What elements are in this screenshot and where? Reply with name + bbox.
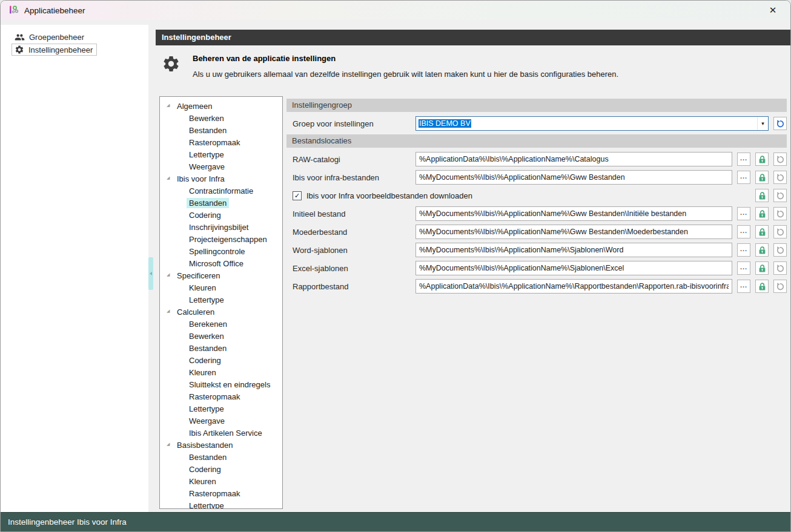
- lock-button[interactable]: [755, 280, 769, 293]
- browse-button[interactable]: ...: [737, 171, 750, 184]
- settings-group-combobox[interactable]: IBIS DEMO BV▾: [415, 116, 769, 131]
- tree-item-kleuren[interactable]: Kleuren: [161, 281, 281, 294]
- lock-button[interactable]: [755, 261, 769, 275]
- undo-button[interactable]: [773, 117, 787, 130]
- lock-button[interactable]: [755, 189, 769, 202]
- browse-button[interactable]: ...: [737, 225, 750, 238]
- dropdown-arrow-icon[interactable]: ▾: [757, 117, 768, 130]
- sidebar-item-label: Groepenbeheer: [29, 33, 84, 42]
- tree-item-lettertype[interactable]: Lettertype: [161, 402, 281, 415]
- form-row: Groep voor instellingenIBIS DEMO BV▾: [286, 116, 787, 131]
- field-label: Initieel bestand: [286, 209, 411, 218]
- path-input-excel-sjablonen[interactable]: [415, 261, 732, 275]
- tree-item-microsoft-office[interactable]: Microsoft Office: [161, 257, 281, 269]
- tree-item-label: Bestanden: [187, 452, 229, 462]
- tree-item-bestanden[interactable]: Bestanden: [161, 124, 281, 136]
- tree-item-weergave[interactable]: Weergave: [161, 415, 281, 427]
- section-header-bestandslocaties: Bestandslocaties: [286, 134, 787, 148]
- undo-button[interactable]: [773, 207, 787, 220]
- tree-item-bestanden[interactable]: Bestanden: [161, 451, 281, 463]
- field-label: Word-sjablonen: [286, 246, 411, 255]
- tree-node-basisbestanden[interactable]: ◢Basisbestanden: [161, 439, 281, 451]
- tree-item-lettertype[interactable]: Lettertype: [161, 148, 281, 160]
- tree-item-berekenen[interactable]: Berekenen: [161, 318, 281, 330]
- browse-button[interactable]: ...: [737, 261, 750, 275]
- tree-item-kleuren[interactable]: Kleuren: [161, 475, 281, 487]
- splitter-collapse-handle[interactable]: [148, 257, 153, 290]
- tree-node-algemeen[interactable]: ◢Algemeen: [161, 100, 281, 112]
- tree-item-label: Rasteropmaak: [187, 137, 243, 148]
- path-input-raw-catalogi[interactable]: [415, 152, 732, 166]
- tree-item-weergave[interactable]: Weergave: [161, 160, 281, 172]
- tree-node-label: Calculeren: [174, 307, 217, 317]
- path-input-ibis-voor-infra-bestanden[interactable]: [415, 170, 732, 185]
- tree-item-ibis-artikelen-service[interactable]: Ibis Artikelen Service: [161, 427, 281, 439]
- undo-button[interactable]: [773, 153, 787, 166]
- tree-expander-icon[interactable]: ◢: [167, 272, 174, 277]
- tree-item-bewerken[interactable]: Bewerken: [161, 112, 281, 124]
- tree-item-lettertype[interactable]: Lettertype: [161, 294, 281, 306]
- undo-button[interactable]: [773, 189, 787, 202]
- form-row: RAW-catalogi...: [286, 152, 787, 166]
- tree-node-calculeren[interactable]: ◢Calculeren: [161, 306, 281, 318]
- lock-button[interactable]: [755, 153, 769, 166]
- tree-item-label: Ibis Artikelen Service: [187, 428, 265, 438]
- tree-item-codering[interactable]: Codering: [161, 463, 281, 475]
- tree-item-spellingcontrole[interactable]: Spellingcontrole: [161, 245, 281, 257]
- tree-item-rasteropmaak[interactable]: Rasteropmaak: [161, 136, 281, 148]
- tree-node-specificeren[interactable]: ◢Specificeren: [161, 269, 281, 281]
- tree-item-inschrijvingsbiljet[interactable]: Inschrijvingsbiljet: [161, 221, 281, 233]
- tree-item-label: Rasteropmaak: [187, 392, 243, 402]
- sidebar-item-groepenbeheer[interactable]: Groepenbeheer: [12, 31, 88, 44]
- undo-button[interactable]: [773, 225, 787, 238]
- tree-expander-icon[interactable]: ◢: [167, 103, 174, 108]
- tree-item-contractinformatie[interactable]: Contractinformatie: [161, 185, 281, 197]
- undo-button[interactable]: [773, 280, 787, 293]
- lock-button[interactable]: [755, 243, 769, 257]
- path-input-initieel-bestand[interactable]: [415, 206, 732, 221]
- path-input-moederbestand[interactable]: [415, 225, 732, 239]
- path-input-word-sjablonen[interactable]: [415, 243, 732, 257]
- lock-button[interactable]: [755, 171, 769, 184]
- browse-button[interactable]: ...: [737, 280, 750, 293]
- browse-button[interactable]: ...: [737, 243, 750, 257]
- sidebar-item-instellingenbeheer[interactable]: Instellingenbeheer: [12, 44, 97, 56]
- settings-tree: ◢AlgemeenBewerkenBestandenRasteropmaakLe…: [159, 96, 283, 509]
- tree-item-rasteropmaak[interactable]: Rasteropmaak: [161, 487, 281, 499]
- tree-expander-icon[interactable]: ◢: [167, 309, 174, 314]
- lock-button[interactable]: [755, 207, 769, 220]
- browse-button[interactable]: ...: [737, 153, 750, 166]
- tree-expander-icon[interactable]: ◢: [167, 176, 174, 180]
- download-samples-checkbox[interactable]: ✓: [293, 191, 302, 200]
- tree-node-ibis-voor-infra[interactable]: ◢Ibis voor Infra: [161, 172, 281, 185]
- section-header-instellingengroep: Instellingengroep: [286, 99, 787, 112]
- tree-item-kleuren[interactable]: Kleuren: [161, 366, 281, 378]
- undo-button[interactable]: [773, 243, 787, 257]
- tree-item-projecteigenschappen[interactable]: Projecteigenschappen: [161, 233, 281, 245]
- tree-item-lettertype[interactable]: Lettertype: [161, 499, 281, 509]
- settings-form: InstellingengroepGroep voor instellingen…: [286, 96, 787, 509]
- tree-expander-icon[interactable]: ◢: [167, 442, 174, 447]
- tree-item-label: Weergave: [187, 416, 227, 426]
- tree-item-bewerken[interactable]: Bewerken: [161, 330, 281, 342]
- tree-item-bestanden[interactable]: Bestanden: [161, 342, 281, 354]
- tree-item-label: Lettertype: [187, 149, 227, 160]
- close-button[interactable]: ✕: [760, 1, 786, 19]
- tree-item-sluittekst-en-eindregels[interactable]: Sluittekst en eindregels: [161, 378, 281, 390]
- tree-node-label: Algemeen: [174, 101, 215, 111]
- undo-button[interactable]: [773, 261, 787, 275]
- lock-icon: [758, 282, 767, 291]
- sidebar-list: GroepenbeheerInstellingenbeheer: [12, 31, 148, 56]
- path-input-rapportbestand[interactable]: [415, 279, 732, 294]
- tree-item-codering[interactable]: Codering: [161, 354, 281, 366]
- form-row: Rapportbestand...: [286, 279, 787, 294]
- tree-item-label: Spellingcontrole: [187, 246, 248, 257]
- undo-button[interactable]: [773, 171, 787, 184]
- lock-button[interactable]: [755, 225, 769, 238]
- gear-icon: [162, 54, 180, 73]
- tree-item-bestanden[interactable]: Bestanden: [161, 197, 281, 209]
- tree-item-codering[interactable]: Codering: [161, 209, 281, 221]
- tree-item-rasteropmaak[interactable]: Rasteropmaak: [161, 390, 281, 402]
- tree-item-label: Bestanden: [187, 198, 229, 208]
- browse-button[interactable]: ...: [737, 207, 750, 220]
